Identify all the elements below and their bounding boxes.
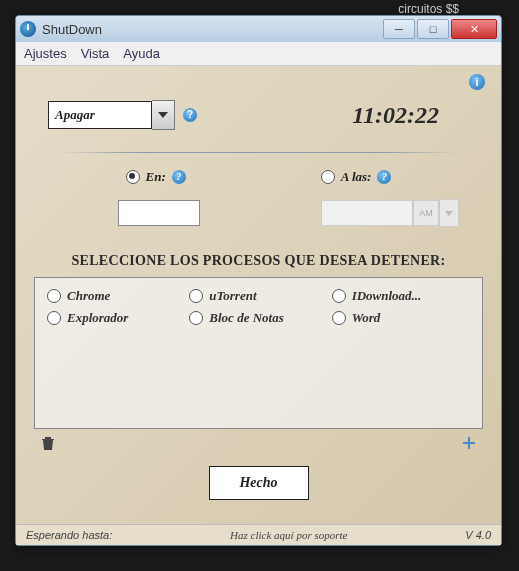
process-label: Explorador xyxy=(67,310,128,326)
titlebar[interactable]: ShutDown ─ □ ✕ xyxy=(16,16,501,42)
action-select-value[interactable]: Apagar xyxy=(48,101,152,129)
chevron-down-icon[interactable] xyxy=(152,100,175,130)
process-radio[interactable] xyxy=(332,289,346,303)
time-input xyxy=(321,200,413,226)
maximize-button[interactable]: □ xyxy=(417,19,449,39)
mode-in-radio[interactable] xyxy=(126,170,140,184)
mode-at-label: A las: xyxy=(341,169,372,185)
process-item[interactable]: IDownload... xyxy=(332,288,470,304)
process-radio[interactable] xyxy=(189,311,203,325)
power-icon xyxy=(20,21,36,37)
mode-at-option[interactable]: A las: ? xyxy=(321,169,392,185)
support-link[interactable]: Haz click aquí por soporte xyxy=(112,529,465,541)
process-item[interactable]: Bloc de Notas xyxy=(189,310,327,326)
process-label: IDownload... xyxy=(352,288,422,304)
action-select[interactable]: Apagar xyxy=(48,100,175,130)
process-item[interactable]: uTorrent xyxy=(189,288,327,304)
menu-help[interactable]: Ayuda xyxy=(123,46,160,61)
duration-input[interactable] xyxy=(118,200,200,226)
done-button[interactable]: Hecho xyxy=(209,466,309,500)
process-label: uTorrent xyxy=(209,288,256,304)
window-title: ShutDown xyxy=(42,22,383,37)
mode-in-help-icon[interactable]: ? xyxy=(172,170,186,184)
mode-in-label: En: xyxy=(146,169,166,185)
process-radio[interactable] xyxy=(332,311,346,325)
background-text: circuitos $$ xyxy=(398,2,459,16)
menu-settings[interactable]: Ajustes xyxy=(24,46,67,61)
action-help-icon[interactable]: ? xyxy=(183,108,197,122)
menu-view[interactable]: Vista xyxy=(81,46,110,61)
process-radio[interactable] xyxy=(47,311,61,325)
ampm-chevron-down-icon xyxy=(439,199,459,227)
process-item[interactable]: Word xyxy=(332,310,470,326)
divider xyxy=(58,152,459,153)
processes-heading: SELECCIONE LOS PROCESOS QUE DESEA DETENE… xyxy=(28,253,489,269)
content-area: i Apagar ? 11:02:22 En: ? A las: ? xyxy=(16,66,501,524)
version-label: V 4.0 xyxy=(465,529,491,541)
process-label: Word xyxy=(352,310,381,326)
process-list: Chrome uTorrent IDownload... Explorador … xyxy=(34,277,483,429)
process-radio[interactable] xyxy=(47,289,61,303)
process-item[interactable]: Explorador xyxy=(47,310,185,326)
minimize-button[interactable]: ─ xyxy=(383,19,415,39)
mode-at-help-icon[interactable]: ? xyxy=(377,170,391,184)
mode-in-option[interactable]: En: ? xyxy=(126,169,186,185)
mode-at-radio[interactable] xyxy=(321,170,335,184)
plus-icon[interactable] xyxy=(461,435,477,454)
status-left: Esperando hasta: xyxy=(26,529,112,541)
process-radio[interactable] xyxy=(189,289,203,303)
close-button[interactable]: ✕ xyxy=(451,19,497,39)
trash-icon[interactable] xyxy=(40,435,56,454)
clock-display: 11:02:22 xyxy=(352,102,439,129)
info-icon[interactable]: i xyxy=(469,74,485,90)
ampm-toggle: AM xyxy=(413,200,439,226)
statusbar: Esperando hasta: Haz click aquí por sopo… xyxy=(16,524,501,545)
process-item[interactable]: Chrome xyxy=(47,288,185,304)
app-window: ShutDown ─ □ ✕ Ajustes Vista Ayuda i Apa… xyxy=(15,15,502,546)
process-label: Bloc de Notas xyxy=(209,310,283,326)
menubar: Ajustes Vista Ayuda xyxy=(16,42,501,66)
process-label: Chrome xyxy=(67,288,110,304)
